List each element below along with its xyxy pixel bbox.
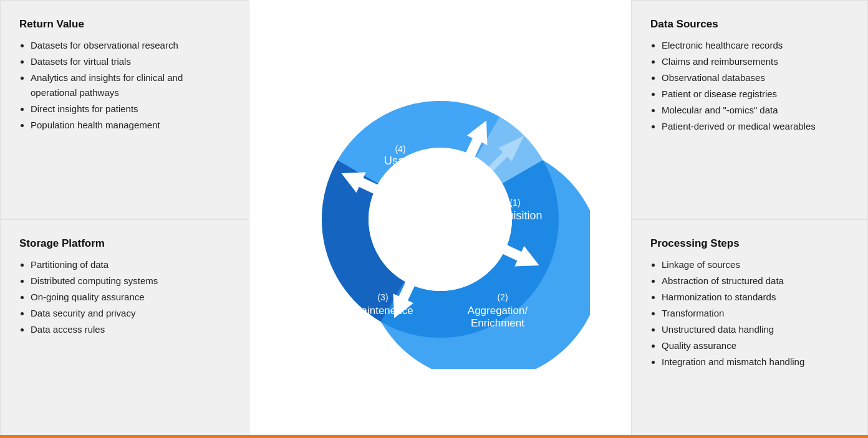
data-sources-title: Data Sources — [650, 18, 849, 31]
diagram-center: (4) Usage (1) Acquisition (2) Aggregatio… — [249, 0, 631, 438]
processing-steps-panel: Processing Steps Linkage of sources Abst… — [631, 219, 868, 439]
return-value-list: Datasets for observational research Data… — [19, 38, 230, 133]
list-item: Datasets for virtual trials — [31, 54, 230, 69]
list-item: Population health management — [31, 118, 230, 133]
list-item: Molecular and "-omics" data — [662, 103, 849, 118]
list-item: Claims and reimbursements — [662, 54, 849, 69]
num-usage: (4) — [395, 144, 405, 154]
storage-platform-title: Storage Platform — [19, 237, 230, 250]
list-item: Analytics and insights for clinical and … — [31, 70, 230, 100]
list-item: Electronic healthcare records — [662, 38, 849, 53]
num-aggregation: (2) — [497, 292, 508, 302]
processing-steps-list: Linkage of sources Abstraction of struct… — [650, 257, 849, 369]
list-item: Transformation — [662, 306, 849, 321]
list-item: Linkage of sources — [662, 257, 849, 272]
list-item: Distributed computing systems — [31, 274, 230, 288]
list-item: On-going quality assurance — [31, 290, 230, 305]
list-item: Data security and privacy — [31, 306, 230, 321]
cycle-diagram: (4) Usage (1) Acquisition (2) Aggregatio… — [291, 70, 590, 369]
processing-steps-title: Processing Steps — [650, 237, 849, 250]
list-item: Patient or disease registries — [662, 87, 849, 102]
list-item: Direct insights for patients — [31, 102, 230, 117]
data-sources-list: Electronic healthcare records Claims and… — [650, 38, 849, 134]
label-aggregation1: Aggregation/ — [468, 305, 528, 317]
label-acquisition: Acquisition — [488, 209, 542, 222]
label-aggregation2: Enrichment — [471, 317, 524, 329]
list-item: Datasets for observational research — [31, 38, 230, 53]
list-item: Observational databases — [662, 70, 849, 85]
proper-diagram: (4) Usage (1) Acquisition (2) Aggregatio… — [322, 101, 590, 369]
list-item: Partitioning of data — [31, 257, 230, 272]
list-item: Integration and mismatch handling — [662, 355, 849, 369]
list-item: Harmonization to standards — [662, 290, 849, 305]
num-acquisition: (1) — [509, 198, 520, 207]
label-maintenance: Maintenence — [352, 305, 413, 317]
list-item: Patient-derived or medical wearables — [662, 119, 849, 134]
orange-bottom-bar — [0, 435, 868, 438]
list-item: Abstraction of structured data — [662, 274, 849, 288]
list-item: Quality assurance — [662, 338, 849, 353]
data-sources-panel: Data Sources Electronic healthcare recor… — [631, 0, 868, 219]
return-value-panel: Return Value Datasets for observational … — [0, 0, 249, 219]
main-layout: Return Value Datasets for observational … — [0, 0, 868, 438]
return-value-title: Return Value — [19, 18, 230, 31]
list-item: Data access rules — [31, 322, 230, 337]
storage-platform-list: Partitioning of data Distributed computi… — [19, 257, 230, 337]
label-usage: Usage — [384, 155, 417, 167]
num-maintenance: (3) — [377, 292, 388, 302]
storage-platform-panel: Storage Platform Partitioning of data Di… — [0, 219, 249, 439]
list-item: Unstructured data handling — [662, 322, 849, 337]
